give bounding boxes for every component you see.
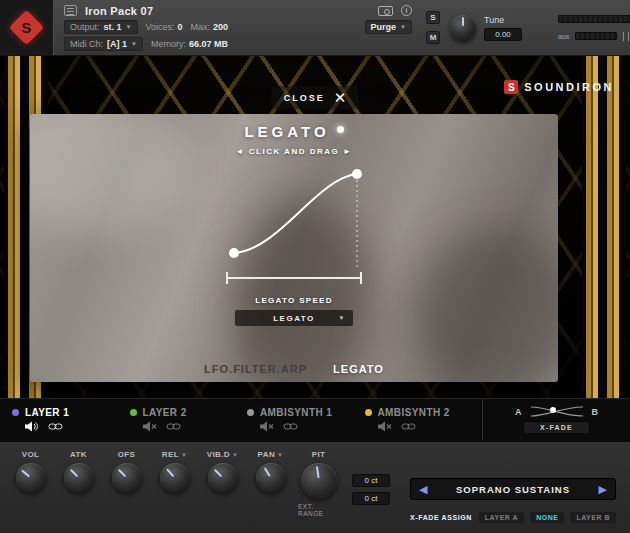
chevron-down-icon[interactable]: ▼ [232,452,238,458]
layer-ambisynth-1[interactable]: AMBISYNTH 1 [247,407,365,432]
legato-speed-value: LEGATO [273,314,315,323]
pan-slider[interactable] [623,32,630,41]
legato-curve-editor[interactable] [209,158,379,290]
knob-label: ATK [70,450,87,459]
xfade-assign-none[interactable]: NONE [530,512,564,523]
tab-legato[interactable]: LEGATO [333,363,384,375]
knob-label: REL [162,450,179,459]
speaker-muted-icon[interactable] [260,421,274,432]
chevron-down-icon: ▼ [339,315,346,321]
xfade-assign-row: X-FADE ASSIGN LAYER A NONE LAYER B [410,512,616,523]
knob-row: VOL ATK OFS REL ▼ VIB.D [10,450,339,517]
xfade-b-label: B [592,407,599,417]
close-icon: ✕ [334,90,347,105]
aux-meter [575,32,617,40]
soundiron-badge: S [0,0,54,55]
midi-channel-select[interactable]: Midi Ch: [A] 1 ▼ [64,37,143,51]
prev-articulation-arrow[interactable]: ◀ [419,483,427,496]
output-select[interactable]: Output: st. 1 ▼ [64,20,138,34]
knob-label: PIT [312,450,326,459]
layer-label[interactable]: AMBISYNTH 1 [260,407,332,418]
tune-value[interactable]: 0.00 [484,28,522,41]
xfade-handle[interactable] [550,407,556,413]
rel-knob[interactable] [160,463,190,493]
knob-label: PAN [258,450,276,459]
chevron-down-icon[interactable]: ▼ [277,452,283,458]
close-button[interactable]: CLOSE ✕ [272,86,359,109]
aux-label: aux [558,33,569,40]
legato-overlay-panel: LEGATO ◄ CLICK AND DRAG ► LEGATO SPEED L… [30,114,558,382]
articulation-selector: ◀ SOPRANO SUSTAINS ▶ [410,478,616,500]
cents-down-value[interactable]: 0 ct [352,492,390,505]
info-icon[interactable] [401,5,412,16]
pitch-range-boxes: 0 ct 0 ct [352,474,390,505]
click-drag-hint: ◄ CLICK AND DRAG ► [236,147,353,156]
midi-value: [A] 1 [107,39,127,49]
link-icon[interactable] [283,422,298,431]
next-articulation-arrow[interactable]: ▶ [599,483,607,496]
link-icon[interactable] [166,422,181,431]
atk-knob-group: ATK [58,450,99,517]
tune-knob[interactable] [450,15,476,41]
atk-knob[interactable] [64,463,94,493]
layer-label[interactable]: AMBISYNTH 2 [378,407,450,418]
chevron-down-icon: ▼ [126,24,132,30]
purge-menu[interactable]: Purge ▼ [365,20,412,34]
chevron-down-icon[interactable]: ▼ [181,452,187,458]
curve-start-handle[interactable] [229,248,239,258]
instrument-stage: S SOUNDIRON CLOSE ✕ LEGATO ◄ CLICK AND D… [0,56,630,398]
vol-knob[interactable] [16,463,46,493]
link-icon[interactable] [401,422,416,431]
mute-button[interactable]: M [426,31,440,44]
snapshot-camera-icon[interactable] [378,6,393,16]
ofs-knob-group: OFS [106,450,147,517]
memory-stat: Memory: 66.07 MB [151,39,228,49]
rel-knob-group: REL ▼ [154,450,195,517]
articulation-name[interactable]: SOPRANO SUSTAINS [433,484,592,495]
midi-label: Midi Ch: [70,39,103,49]
soundiron-logo-text: SOUNDIRON [524,81,614,93]
legato-speed-label: LEGATO SPEED [255,296,333,305]
vibd-knob-group: VIB.D ▼ [202,450,243,517]
layer-ambisynth-2[interactable]: AMBISYNTH 2 [365,407,483,432]
instrument-name[interactable]: Iron Pack 07 [85,5,153,17]
max-voices-stat: Max: 200 [191,22,229,32]
knob-label: OFS [118,450,136,459]
layer-color-dot [365,409,372,416]
layer-1[interactable]: LAYER 1 [12,407,130,432]
speaker-icon[interactable] [25,421,39,432]
xfade-curve-slider[interactable] [529,405,585,418]
solo-button[interactable]: S [426,11,440,24]
soundiron-logo: S SOUNDIRON [504,80,614,94]
legato-active-dot[interactable] [337,126,344,133]
cents-up-value[interactable]: 0 ct [352,474,390,487]
emblem-letter: S [21,19,31,36]
tab-lfo-filter-arp[interactable]: LFO.FILTER.ARP [204,363,307,375]
legato-speed-select[interactable]: LEGATO ▼ [235,310,353,326]
overlay-title: LEGATO [244,123,329,140]
layer-label[interactable]: LAYER 2 [143,407,187,418]
bottom-control-panel: VOL ATK OFS REL ▼ VIB.D [0,440,630,533]
soundiron-s-icon: S [504,80,518,94]
layer-2[interactable]: LAYER 2 [130,407,248,432]
layer-color-dot [247,409,254,416]
soundiron-s-icon: S [9,10,44,45]
pit-knob[interactable] [301,463,337,499]
instrument-menu-icon[interactable] [64,5,77,16]
layer-label[interactable]: LAYER 1 [25,407,69,418]
curve-end-handle[interactable] [352,169,362,179]
tune-block: Tune 0.00 [446,0,552,55]
speaker-muted-icon[interactable] [143,421,157,432]
speaker-muted-icon[interactable] [378,421,392,432]
link-icon[interactable] [48,422,63,431]
vibd-knob[interactable] [208,463,238,493]
ofs-knob[interactable] [112,463,142,493]
xfade-assign-layer-a[interactable]: LAYER A [479,512,524,523]
pan-knob[interactable] [256,463,286,493]
overlay-tabs: LFO.FILTER.ARP LEGATO [30,363,558,375]
legato-curve[interactable] [234,174,357,253]
xfade-assign-layer-b[interactable]: LAYER B [570,512,616,523]
xfade-module: A B X-FADE [482,399,630,440]
layer-strip: LAYER 1 LAYER 2 [0,398,630,440]
layer-color-dot [12,409,19,416]
